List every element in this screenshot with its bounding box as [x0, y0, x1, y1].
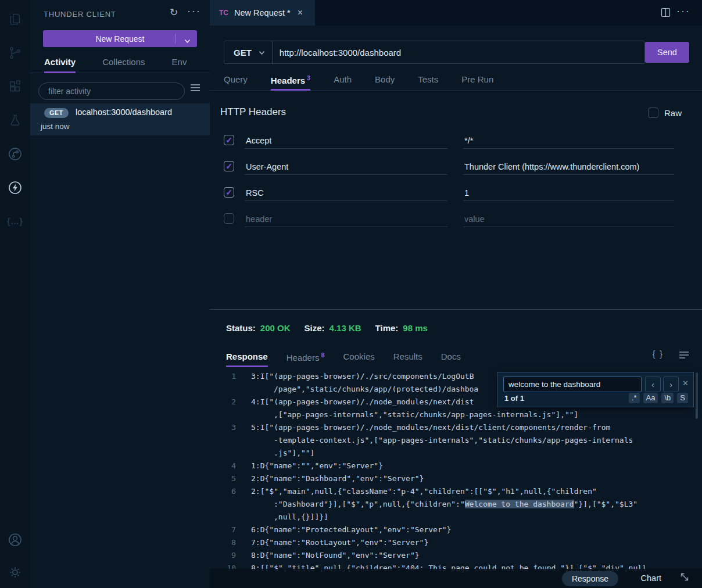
find-close-icon[interactable]: ✕	[682, 379, 689, 388]
raw-toggle: Raw	[648, 107, 682, 118]
code-segment: 1:D{"name":"","env":"Server"}	[251, 461, 383, 470]
code-segment: ,["app-pages-internals","static/chunks/a…	[274, 410, 578, 419]
files-icon[interactable]	[0, 9, 30, 29]
expand-icon[interactable]	[679, 571, 690, 585]
source-control-icon[interactable]	[0, 43, 30, 63]
filter-menu-icon[interactable]	[189, 83, 201, 95]
find-previous-button[interactable]: ‹	[645, 377, 661, 392]
check-icon: ✓	[225, 188, 232, 196]
header-checkbox[interactable]: ✓	[224, 187, 234, 198]
find-next-button[interactable]: ›	[663, 377, 679, 392]
raw-checkbox[interactable]	[648, 107, 658, 118]
refresh-icon[interactable]: ↻	[170, 6, 178, 19]
send-button[interactable]: Send	[645, 42, 689, 63]
thunder-client-app: {…} THUNDER CLIENT ↻ ··· New Request Act…	[0, 0, 702, 588]
code-row: ,null,{}]]}]	[251, 511, 637, 524]
settings-gear-icon[interactable]	[0, 562, 30, 582]
code-line: 87:D{"name":"RootLayout","env":"Server"}	[210, 536, 697, 549]
code-segment: 5:I["(app-pages-browser)/./node_modules/…	[251, 423, 610, 432]
code-row: ,["app-pages-internals","static/chunks/a…	[251, 408, 578, 421]
line-number: 7	[210, 524, 236, 536]
line-number: 2	[210, 396, 236, 421]
code-text: 6:D{"name":"ProtectedLayout","env":"Serv…	[251, 524, 451, 536]
regex-option[interactable]: .*	[629, 393, 640, 403]
check-icon: ✓	[225, 162, 232, 170]
request-tab-tests[interactable]: Tests	[418, 72, 438, 90]
header-checkbox[interactable]	[224, 213, 234, 224]
chevron-down-icon[interactable]	[184, 36, 191, 45]
response-tab-response[interactable]: Response	[226, 349, 268, 367]
footer-band	[210, 569, 702, 588]
header-row: ✓	[210, 132, 702, 156]
header-value-input[interactable]	[463, 132, 674, 149]
header-checkbox[interactable]: ✓	[224, 161, 234, 171]
method-dropdown[interactable]: GET	[234, 48, 252, 58]
code-row: .js"],""]	[251, 447, 633, 460]
response-tab-results[interactable]: Results	[393, 349, 422, 367]
case-option[interactable]: Aa	[643, 393, 658, 403]
scrollbar-thumb[interactable]	[696, 372, 698, 419]
code-segment: 6:D{"name":"ProtectedLayout","env":"Serv…	[251, 525, 451, 534]
runner-circle-icon[interactable]	[0, 144, 30, 164]
line-number: 5	[210, 472, 236, 485]
sidebar-tab-activity[interactable]: Activity	[44, 53, 76, 73]
editor-tab-title: New Request *	[234, 8, 291, 17]
header-name-input[interactable]	[245, 132, 447, 149]
code-segment: ,null,{}]]}]	[274, 512, 328, 521]
status-value: 200 OK	[260, 323, 291, 333]
editor-more-icon[interactable]: ···	[676, 5, 690, 17]
code-segment: :"Dashboard"}],["$","p",null,{"children"…	[274, 500, 465, 508]
new-request-label: New Request	[95, 34, 144, 44]
request-tab-headers[interactable]: Headers3	[271, 72, 310, 90]
header-value-input[interactable]	[463, 211, 674, 227]
header-value-input[interactable]	[463, 159, 674, 175]
sidebar-tab-env[interactable]: Env	[172, 53, 187, 73]
method-chevron-icon[interactable]	[259, 47, 265, 58]
word-option[interactable]: \b	[661, 393, 674, 403]
find-widget: ‹ › ✕ 1 of 1 .*Aa\bS	[497, 372, 694, 407]
tc-logo: TC	[219, 9, 228, 17]
extensions-icon[interactable]	[0, 77, 30, 96]
time-label: Time:	[375, 323, 399, 333]
header-checkbox[interactable]: ✓	[224, 135, 234, 145]
new-request-button[interactable]: New Request	[43, 30, 197, 47]
code-text: 2:D{"name":"Dashboard","env":"Server"}	[251, 472, 424, 485]
response-tab-docs[interactable]: Docs	[441, 349, 461, 367]
format-braces-icon[interactable]: { }	[653, 349, 664, 361]
testing-flask-icon[interactable]	[0, 110, 30, 130]
tab-close-icon[interactable]: ×	[298, 8, 303, 18]
header-name-input[interactable]	[245, 211, 447, 227]
snippets-icon[interactable]: {…}	[0, 211, 30, 231]
request-tab-auth[interactable]: Auth	[334, 72, 352, 90]
code-segment: 3:I["(app-pages-browser)/./src/component…	[251, 372, 474, 381]
url-input[interactable]	[273, 48, 644, 58]
thunder-client-icon[interactable]	[0, 178, 30, 198]
response-tab-headers[interactable]: Headers8	[286, 349, 325, 367]
request-tab-query[interactable]: Query	[224, 72, 248, 90]
find-match-count: 1 of 1	[504, 394, 524, 403]
header-value-input[interactable]	[463, 185, 674, 201]
filter-activity-input[interactable]	[38, 83, 185, 100]
find-input[interactable]	[503, 377, 642, 392]
button-divider	[175, 34, 176, 44]
split-editor-icon[interactable]	[661, 8, 671, 20]
activity-list-item[interactable]: GET localhost:3000/dashboard just now	[30, 103, 210, 135]
activity-item-url: localhost:3000/dashboard	[76, 107, 172, 117]
header-name-input[interactable]	[245, 185, 447, 201]
header-name-input[interactable]	[245, 159, 447, 175]
editor-tab-new-request[interactable]: TC New Request * ×	[210, 0, 315, 26]
response-view-button[interactable]: Response	[562, 571, 618, 586]
sidebar-tab-collections[interactable]: Collections	[102, 53, 145, 73]
chart-view-button[interactable]: Chart	[641, 573, 661, 583]
response-tab-cookies[interactable]: Cookies	[343, 349, 375, 367]
line-number: 9	[210, 549, 236, 562]
request-tab-pre-run[interactable]: Pre Run	[461, 72, 493, 90]
wrap-lines-icon[interactable]	[679, 349, 689, 361]
selection-option[interactable]: S	[677, 393, 688, 403]
request-tab-body[interactable]: Body	[375, 72, 395, 90]
account-icon[interactable]	[0, 530, 30, 550]
tab-count-badge: 3	[307, 74, 310, 81]
sidebar-tabs: ActivityCollectionsEnv	[30, 53, 210, 73]
sidebar-more-icon[interactable]: ···	[187, 5, 201, 17]
code-line: 76:D{"name":"ProtectedLayout","env":"Ser…	[210, 524, 697, 536]
